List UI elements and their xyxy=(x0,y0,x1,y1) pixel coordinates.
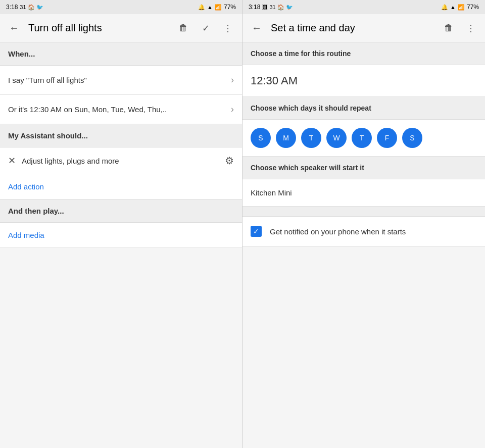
right-more-button[interactable]: ⋮ xyxy=(461,18,481,38)
left-wifi-icon: ▲ xyxy=(207,4,213,10)
right-more-icon: ⋮ xyxy=(466,23,475,34)
left-status-left: 3:18 31 🏠 🐦 xyxy=(6,4,43,11)
voice-chevron-icon: › xyxy=(231,75,234,85)
schedule-item[interactable]: Or it's 12:30 AM on Sun, Mon, Tue, Wed, … xyxy=(0,95,242,124)
day-sunday[interactable]: S xyxy=(251,128,271,148)
right-time: 3:18 xyxy=(249,4,260,11)
day-thursday[interactable]: T xyxy=(352,128,372,148)
left-status-right: 🔔 ▲ 📶 77% xyxy=(198,4,236,11)
voice-trigger-text: I say "Turn off all lights" xyxy=(8,76,87,84)
right-status-icons: 🖼 31 🏠 🐦 xyxy=(262,4,293,11)
day-wednesday[interactable]: W xyxy=(326,128,347,148)
right-signal-icon: 📶 xyxy=(458,4,465,11)
left-status-icons: 31 🏠 🐦 xyxy=(20,4,43,11)
right-remaining-space xyxy=(243,246,485,448)
left-top-actions: 🗑 ✓ ⋮ xyxy=(173,18,238,38)
right-status-left: 3:18 🖼 31 🏠 🐦 xyxy=(249,4,293,11)
right-status-right: 🔔 ▲ 📶 77% xyxy=(441,4,479,11)
right-phone-screen: 3:18 🖼 31 🏠 🐦 🔔 ▲ 📶 77% ← Set a time and… xyxy=(243,0,485,448)
assistant-header: My Assistant should... xyxy=(0,124,242,147)
day-friday[interactable]: F xyxy=(377,128,397,148)
right-status-bar: 3:18 🖼 31 🏠 🐦 🔔 ▲ 📶 77% xyxy=(243,0,485,14)
days-section-label: Choose which days it should repeat xyxy=(243,97,485,120)
left-time: 3:18 xyxy=(6,4,18,11)
schedule-chevron-icon: › xyxy=(231,104,234,115)
time-section-label: Choose a time for this routine xyxy=(243,42,485,65)
voice-trigger-item[interactable]: I say "Turn off all lights" › xyxy=(0,66,242,95)
right-top-bar: ← Set a time and day 🗑 ⋮ xyxy=(243,14,485,42)
speaker-value-item[interactable]: Kitchen Mini xyxy=(243,179,485,207)
left-back-icon: ← xyxy=(9,22,19,34)
left-back-button[interactable]: ← xyxy=(4,18,24,38)
left-phone-screen: 3:18 31 🏠 🐦 🔔 ▲ 📶 77% ← Turn off all lig… xyxy=(0,0,243,448)
left-delete-button[interactable]: 🗑 xyxy=(173,18,193,38)
left-top-bar: ← Turn off all lights 🗑 ✓ ⋮ xyxy=(0,14,242,42)
right-back-button[interactable]: ← xyxy=(247,18,267,38)
day-tuesday[interactable]: T xyxy=(301,128,321,148)
notify-checkbox[interactable]: ✓ xyxy=(251,226,262,237)
checkbox-check-icon: ✓ xyxy=(253,227,259,235)
action-settings-icon[interactable]: ⚙ xyxy=(225,155,234,167)
notify-text: Get notified on your phone when it start… xyxy=(270,227,406,236)
remove-action-button[interactable]: ✕ xyxy=(8,155,16,166)
left-delete-icon: 🗑 xyxy=(179,23,188,33)
right-page-title: Set a time and day xyxy=(271,22,439,34)
action-item: ✕ Adjust lights, plugs and more ⚙ xyxy=(0,147,242,174)
left-more-button[interactable]: ⋮ xyxy=(218,18,238,38)
left-remaining-space xyxy=(0,248,242,448)
right-battery: 77% xyxy=(467,4,479,11)
speaker-section-label: Choose which speaker will start it xyxy=(243,157,485,179)
left-signal-icon: 📶 xyxy=(215,4,222,11)
right-delete-icon: 🗑 xyxy=(444,23,453,33)
right-top-actions: 🗑 ⋮ xyxy=(439,18,481,38)
right-back-icon: ← xyxy=(252,22,262,34)
schedule-text: Or it's 12:30 AM on Sun, Mon, Tue, Wed, … xyxy=(8,105,167,114)
left-more-icon: ⋮ xyxy=(223,23,232,34)
left-volume-icon: 🔔 xyxy=(198,4,205,11)
notify-spacer xyxy=(243,207,485,217)
right-volume-icon: 🔔 xyxy=(441,4,448,11)
left-check-icon: ✓ xyxy=(202,23,210,34)
play-header: And then play... xyxy=(0,200,242,223)
left-check-button[interactable]: ✓ xyxy=(196,18,216,38)
left-page-title: Turn off all lights xyxy=(28,22,173,34)
left-battery: 77% xyxy=(224,4,236,11)
action-label: Adjust lights, plugs and more xyxy=(22,157,219,165)
add-media-button[interactable]: Add media xyxy=(0,223,242,248)
days-row: S M T W T F S xyxy=(243,120,485,157)
time-value-item[interactable]: 12:30 AM xyxy=(243,65,485,97)
day-saturday[interactable]: S xyxy=(402,128,422,148)
notify-item: ✓ Get notified on your phone when it sta… xyxy=(243,217,485,246)
right-delete-button[interactable]: 🗑 xyxy=(439,18,459,38)
add-action-button[interactable]: Add action xyxy=(0,174,242,200)
right-wifi-icon: ▲ xyxy=(450,4,456,10)
left-status-bar: 3:18 31 🏠 🐦 🔔 ▲ 📶 77% xyxy=(0,0,242,14)
day-monday[interactable]: M xyxy=(276,128,296,148)
when-header: When... xyxy=(0,42,242,66)
